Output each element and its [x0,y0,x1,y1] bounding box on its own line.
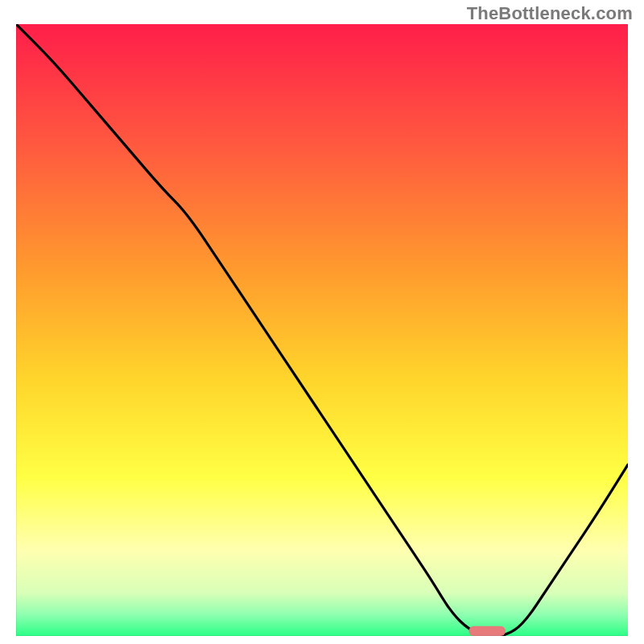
optimal-range-marker [469,626,506,636]
plot-area [16,24,628,636]
chart-container: TheBottleneck.com [0,0,644,644]
gradient-background [16,24,628,636]
bottleneck-chart [16,24,628,636]
watermark-text: TheBottleneck.com [467,3,633,24]
